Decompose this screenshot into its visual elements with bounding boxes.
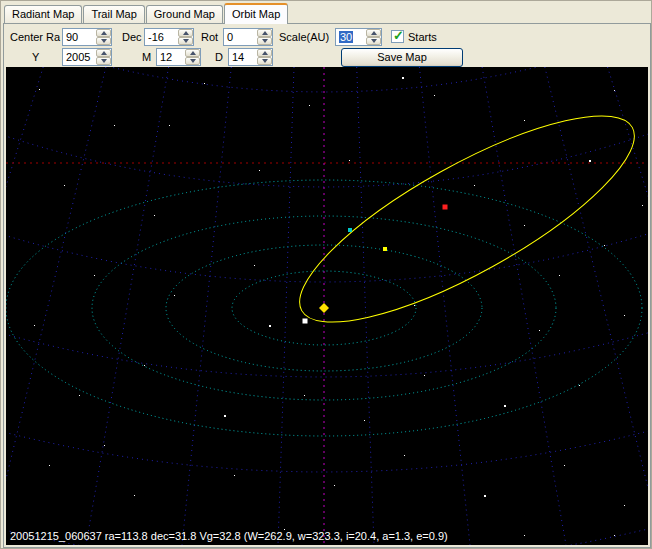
star [94,275,95,276]
star [624,505,625,506]
rot-down-button[interactable] [257,37,272,45]
dec-down-button[interactable] [178,37,193,45]
star [524,535,525,536]
year-input[interactable]: 2005 [62,48,112,66]
rot-input[interactable]: 0 [223,28,273,46]
star [114,125,115,126]
month-label: M [142,51,151,63]
star [539,330,540,331]
arrow-down-icon [262,59,268,63]
year-up-button[interactable] [96,49,111,57]
orbit-map-window: Radiant Map Trail Map Ground Map Orbit M… [0,0,652,549]
rot-label: Rot [201,31,218,43]
star [174,295,175,296]
dec-input[interactable]: -16 [144,28,194,46]
star [484,495,486,497]
center-ra-input[interactable]: 90 [62,28,112,46]
year-spinner [96,49,111,65]
center-ra-up-button[interactable] [96,29,111,37]
day-input[interactable]: 14 [228,48,273,66]
month-spinner [185,49,200,65]
star [64,185,65,186]
grid-meridian-line [278,67,294,545]
star [269,325,271,327]
tab-trail-map[interactable]: Trail Map [83,5,144,23]
day-value[interactable]: 14 [229,49,257,65]
planet-yellow-marker [383,247,387,251]
grid-meridian-line [419,67,470,545]
center-ra-spinner [96,29,111,45]
scale-au-up-button[interactable] [366,29,381,37]
tab-radiant-map[interactable]: Radiant Map [4,5,82,23]
save-map-button[interactable]: Save Map [341,48,463,67]
arrow-up-icon [371,31,377,35]
arrow-down-icon [262,39,268,43]
grid-parallel-line [6,322,648,377]
star [474,185,475,186]
dec-spinner [178,29,193,45]
star [424,375,425,376]
month-value[interactable]: 12 [157,49,185,65]
star [224,415,226,417]
rot-up-button[interactable] [257,29,272,37]
arrow-up-icon [262,31,268,35]
star [414,305,415,306]
year-down-button[interactable] [96,57,111,65]
star [334,485,335,486]
star [614,535,615,536]
rot-value[interactable]: 0 [224,29,257,45]
arrow-up-icon [101,51,107,55]
dec-label: Dec [122,31,142,43]
center-ra-value[interactable]: 90 [63,29,96,45]
arrow-up-icon [101,31,107,35]
tab-ground-map[interactable]: Ground Map [146,5,223,23]
grid-meridian-line [357,67,374,545]
grid-meridian-line [545,67,648,545]
planet-cyan-marker [348,228,352,232]
orbit-map-canvas[interactable]: 20051215_060637 ra=113.8 dec=31.8 Vg=32.… [6,67,648,545]
year-value[interactable]: 2005 [63,49,96,65]
star [234,475,235,476]
day-spinner [257,49,272,65]
dec-up-button[interactable] [178,29,193,37]
star [402,77,404,79]
arrow-up-icon [183,31,189,35]
day-label: D [215,51,223,63]
object-orbit-ellipse [276,80,648,358]
scale-au-label: Scale(AU) [279,31,329,43]
day-up-button[interactable] [257,49,272,57]
scale-au-input[interactable]: 30 [335,28,382,46]
month-down-button[interactable] [185,57,200,65]
arrow-up-icon [190,51,196,55]
grid-meridian-line [86,67,169,545]
orbit-map-svg [6,67,648,545]
day-down-button[interactable] [257,57,272,65]
month-input[interactable]: 12 [156,48,201,66]
grid-meridian-line [182,67,231,545]
orbit-map-panel: Center Ra 90 Dec -16 Rot 0 Scale(AU) [3,23,651,548]
arrow-down-icon [371,39,377,43]
planet-white-marker [303,319,308,324]
scale-au-spinner [366,29,381,45]
center-ra-down-button[interactable] [96,37,111,45]
scale-au-down-button[interactable] [366,37,381,45]
star [642,205,643,206]
center-ra-label: Center Ra [10,31,60,43]
arrow-down-icon [190,59,196,63]
star [579,385,580,386]
star [204,83,205,84]
tab-orbit-map[interactable]: Orbit Map [224,3,288,24]
star [259,170,260,171]
star [104,445,105,446]
star [254,265,255,266]
scale-au-value[interactable]: 30 [336,29,366,45]
star [169,125,170,126]
dec-value[interactable]: -16 [145,29,178,45]
grid-parallel-line [6,222,648,282]
month-up-button[interactable] [185,49,200,57]
starts-checkbox[interactable] [391,30,404,43]
star [404,455,405,456]
selected-text: 30 [339,31,353,43]
grid-parallel-line [6,67,648,92]
starts-label[interactable]: Starts [408,31,437,43]
